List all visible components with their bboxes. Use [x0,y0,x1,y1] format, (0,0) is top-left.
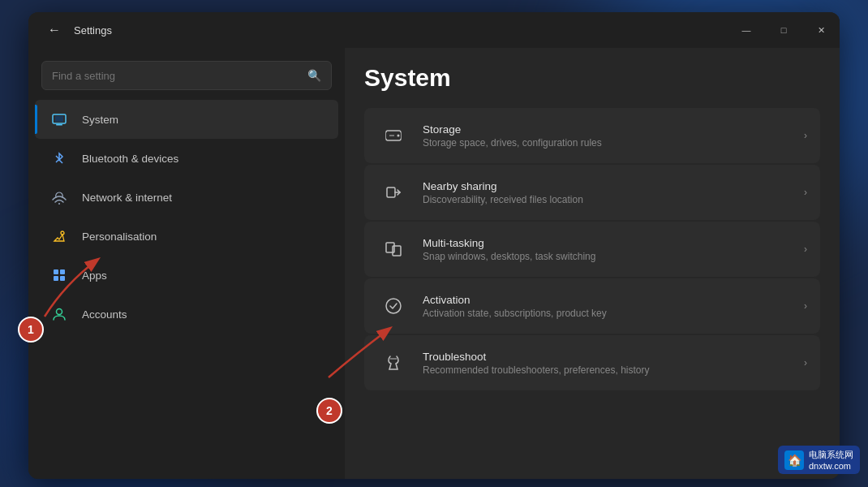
nearby-sharing-chevron: › [804,187,807,198]
troubleshoot-desc: Recommended troubleshooters, preferences… [423,364,797,376]
window-title: Settings [74,24,112,37]
nearby-sharing-text: Nearby sharing Discoverability, received… [423,180,797,205]
activation-text: Activation Activation state, subscriptio… [423,294,797,319]
sidebar-item-network[interactable]: Network & internet [35,178,338,217]
personalisation-label: Personalisation [82,231,157,243]
watermark-line1: 电脑系统网 [809,449,853,461]
storage-desc: Storage space, drives, configuration rul… [423,137,797,149]
troubleshoot-text: Troubleshoot Recommended troubleshooters… [423,351,797,376]
svg-rect-6 [60,269,65,274]
multi-tasking-chevron: › [804,244,807,255]
accounts-icon [48,303,71,325]
setting-item-activation[interactable]: Activation Activation state, subscriptio… [364,278,820,334]
svg-rect-14 [387,187,395,197]
network-label: Network & internet [82,192,172,204]
network-icon [48,186,71,209]
svg-rect-7 [54,276,58,281]
maximize-button[interactable]: □ [765,12,802,48]
settings-window: ← Settings — □ ✕ 🔍 [28,12,840,479]
sidebar-item-bluetooth[interactable]: Bluetooth & devices [35,139,338,178]
apps-label: Apps [82,269,107,282]
bluetooth-icon [48,147,71,170]
window-controls: — □ ✕ [728,12,840,48]
svg-point-4 [61,231,64,235]
sidebar-item-accounts[interactable]: Accounts [35,295,338,334]
storage-chevron: › [804,130,807,141]
watermark-line2: dnxtw.com [809,461,853,471]
svg-point-9 [57,309,62,315]
sidebar-item-apps[interactable]: Apps [35,256,338,295]
system-label: System [82,114,118,126]
svg-point-12 [397,135,400,137]
multi-tasking-desc: Snap windows, desktops, task switching [423,251,797,262]
bluetooth-label: Bluetooth & devices [82,153,178,165]
multi-tasking-icon [377,233,410,265]
storage-text: Storage Storage space, drives, configura… [423,123,797,149]
troubleshoot-title: Troubleshoot [423,351,797,363]
storage-icon [377,119,410,152]
multi-tasking-text: Multi-tasking Snap windows, desktops, ta… [423,237,797,262]
sidebar-item-system[interactable]: System [35,100,338,139]
svg-point-18 [386,299,401,313]
system-icon [48,108,71,131]
search-input[interactable] [52,70,307,82]
accounts-label: Accounts [82,308,127,321]
apps-icon [48,264,71,287]
setting-item-storage[interactable]: Storage Storage space, drives, configura… [364,108,820,163]
activation-icon [377,290,410,322]
troubleshoot-chevron: › [804,357,807,368]
content-area: 🔍 System [28,48,840,479]
search-icon: 🔍 [307,69,321,82]
activation-chevron: › [804,300,807,312]
minimize-button[interactable]: — [728,12,765,48]
close-button[interactable]: ✕ [802,12,840,48]
watermark-icon: 🏠 [784,450,804,470]
main-content: System Storage Storage space, d [345,48,840,479]
troubleshoot-icon [377,347,410,379]
nearby-sharing-icon [377,176,410,209]
setting-item-nearby-sharing[interactable]: Nearby sharing Discoverability, received… [364,165,820,220]
svg-rect-2 [55,116,63,122]
nearby-sharing-title: Nearby sharing [423,180,797,192]
watermark: 🏠 电脑系统网 dnxtw.com [778,446,860,474]
svg-rect-1 [56,124,62,126]
sidebar: 🔍 System [28,48,345,479]
multi-tasking-title: Multi-tasking [423,237,797,249]
activation-title: Activation [423,294,797,306]
setting-item-multi-tasking[interactable]: Multi-tasking Snap windows, desktops, ta… [364,222,820,277]
svg-rect-8 [60,276,65,281]
page-title: System [364,48,820,108]
nearby-sharing-desc: Discoverability, received files location [423,194,797,205]
annotation-1: 1 [18,317,44,343]
back-button[interactable]: ← [41,17,67,43]
storage-title: Storage [423,123,797,136]
annotation-2: 2 [316,398,342,424]
settings-list: Storage Storage space, drives, configura… [364,108,820,390]
svg-point-3 [58,203,60,205]
sidebar-item-personalisation[interactable]: Personalisation [35,217,338,256]
personalisation-icon [48,225,71,248]
search-box[interactable]: 🔍 [41,61,332,90]
titlebar: ← Settings — □ ✕ [28,12,840,48]
setting-item-troubleshoot[interactable]: Troubleshoot Recommended troubleshooters… [364,335,820,390]
activation-desc: Activation state, subscriptions, product… [423,308,797,319]
svg-rect-5 [54,269,58,274]
